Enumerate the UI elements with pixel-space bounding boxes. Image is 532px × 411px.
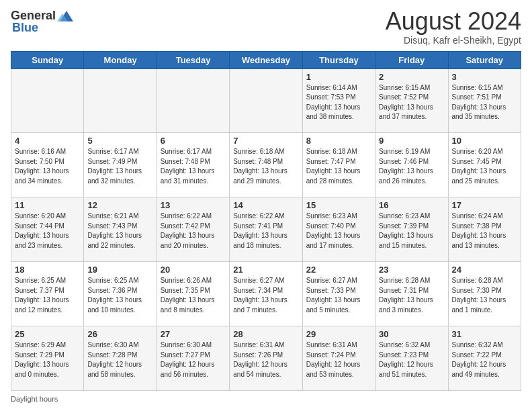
day-number: 31 [452, 329, 517, 339]
title-block: August 2024 Disuq, Kafr el-Sheikh, Egypt [386, 8, 521, 46]
calendar-cell: 10Sunrise: 6:20 AMSunset: 7:45 PMDayligh… [448, 133, 521, 197]
day-number: 24 [452, 265, 517, 275]
header-tuesday: Tuesday [157, 51, 229, 68]
day-number: 9 [379, 136, 444, 146]
day-number: 7 [233, 136, 298, 146]
calendar-cell: 18Sunrise: 6:25 AMSunset: 7:37 PMDayligh… [11, 262, 84, 326]
day-info: Sunrise: 6:19 AMSunset: 7:46 PMDaylight:… [379, 147, 444, 186]
day-info: Sunrise: 6:16 AMSunset: 7:50 PMDaylight:… [15, 147, 80, 186]
calendar-cell: 8Sunrise: 6:18 AMSunset: 7:47 PMDaylight… [302, 133, 375, 197]
day-number: 15 [306, 200, 371, 210]
calendar-cell: 9Sunrise: 6:19 AMSunset: 7:46 PMDaylight… [375, 133, 448, 197]
calendar-cell: 20Sunrise: 6:26 AMSunset: 7:35 PMDayligh… [157, 262, 229, 326]
day-number: 4 [15, 136, 80, 146]
calendar-cell: 13Sunrise: 6:22 AMSunset: 7:42 PMDayligh… [157, 197, 229, 262]
calendar-cell: 24Sunrise: 6:28 AMSunset: 7:30 PMDayligh… [448, 262, 521, 326]
day-number: 16 [379, 200, 444, 210]
calendar-cell: 6Sunrise: 6:17 AMSunset: 7:48 PMDaylight… [157, 133, 229, 197]
day-number: 2 [379, 72, 444, 82]
calendar-cell: 28Sunrise: 6:31 AMSunset: 7:26 PMDayligh… [230, 326, 302, 391]
calendar-cell: 5Sunrise: 6:17 AMSunset: 7:49 PMDaylight… [84, 133, 157, 197]
calendar-cell: 12Sunrise: 6:21 AMSunset: 7:43 PMDayligh… [84, 197, 157, 262]
calendar-cell: 17Sunrise: 6:24 AMSunset: 7:38 PMDayligh… [448, 197, 521, 262]
calendar-cell: 25Sunrise: 6:29 AMSunset: 7:29 PMDayligh… [11, 326, 84, 391]
week-row-2: 4Sunrise: 6:16 AMSunset: 7:50 PMDaylight… [11, 133, 521, 197]
calendar-cell: 3Sunrise: 6:15 AMSunset: 7:51 PMDaylight… [448, 68, 521, 133]
header-saturday: Saturday [448, 51, 521, 68]
day-info: Sunrise: 6:32 AMSunset: 7:23 PMDaylight:… [379, 340, 444, 379]
day-info: Sunrise: 6:31 AMSunset: 7:24 PMDaylight:… [306, 340, 371, 379]
calendar-cell: 22Sunrise: 6:27 AMSunset: 7:33 PMDayligh… [302, 262, 375, 326]
day-info: Sunrise: 6:18 AMSunset: 7:47 PMDaylight:… [306, 147, 371, 186]
calendar-cell: 2Sunrise: 6:15 AMSunset: 7:52 PMDaylight… [375, 68, 448, 133]
day-info: Sunrise: 6:18 AMSunset: 7:48 PMDaylight:… [233, 147, 298, 186]
calendar-cell [230, 68, 302, 133]
calendar-cell [84, 68, 157, 133]
header-monday: Monday [84, 51, 157, 68]
day-info: Sunrise: 6:27 AMSunset: 7:34 PMDaylight:… [233, 276, 298, 315]
calendar-cell: 11Sunrise: 6:20 AMSunset: 7:44 PMDayligh… [11, 197, 84, 262]
week-row-3: 11Sunrise: 6:20 AMSunset: 7:44 PMDayligh… [11, 197, 521, 262]
day-info: Sunrise: 6:23 AMSunset: 7:40 PMDaylight:… [306, 212, 371, 250]
location-subtitle: Disuq, Kafr el-Sheikh, Egypt [386, 35, 521, 46]
header-sunday: Sunday [11, 51, 84, 68]
day-number: 14 [233, 200, 298, 210]
calendar-cell: 15Sunrise: 6:23 AMSunset: 7:40 PMDayligh… [302, 197, 375, 262]
calendar-cell: 26Sunrise: 6:30 AMSunset: 7:28 PMDayligh… [84, 326, 157, 391]
day-info: Sunrise: 6:29 AMSunset: 7:29 PMDaylight:… [15, 340, 80, 379]
day-info: Sunrise: 6:26 AMSunset: 7:35 PMDaylight:… [161, 276, 226, 315]
day-number: 23 [379, 265, 444, 275]
day-info: Sunrise: 6:22 AMSunset: 7:41 PMDaylight:… [233, 212, 298, 250]
day-number: 28 [233, 329, 298, 339]
day-number: 3 [452, 72, 517, 82]
calendar-header-row: SundayMondayTuesdayWednesdayThursdayFrid… [11, 51, 521, 68]
day-info: Sunrise: 6:24 AMSunset: 7:38 PMDaylight:… [452, 212, 517, 250]
header-friday: Friday [375, 51, 448, 68]
calendar-table: SundayMondayTuesdayWednesdayThursdayFrid… [11, 51, 521, 391]
calendar-cell: 1Sunrise: 6:14 AMSunset: 7:53 PMDaylight… [302, 68, 375, 133]
day-number: 12 [87, 200, 152, 210]
day-number: 30 [379, 329, 444, 339]
header-wednesday: Wednesday [230, 51, 302, 68]
day-number: 18 [15, 265, 80, 275]
calendar-page: General Blue August 2024 Disuq, Kafr el-… [0, 0, 532, 411]
calendar-cell: 7Sunrise: 6:18 AMSunset: 7:48 PMDaylight… [230, 133, 302, 197]
day-number: 6 [161, 136, 226, 146]
calendar-cell: 29Sunrise: 6:31 AMSunset: 7:24 PMDayligh… [302, 326, 375, 391]
calendar-cell: 30Sunrise: 6:32 AMSunset: 7:23 PMDayligh… [375, 326, 448, 391]
day-number: 11 [15, 200, 80, 210]
day-info: Sunrise: 6:27 AMSunset: 7:33 PMDaylight:… [306, 276, 371, 315]
week-row-5: 25Sunrise: 6:29 AMSunset: 7:29 PMDayligh… [11, 326, 521, 391]
day-number: 5 [87, 136, 152, 146]
week-row-4: 18Sunrise: 6:25 AMSunset: 7:37 PMDayligh… [11, 262, 521, 326]
day-info: Sunrise: 6:17 AMSunset: 7:48 PMDaylight:… [161, 147, 226, 186]
calendar-cell: 21Sunrise: 6:27 AMSunset: 7:34 PMDayligh… [230, 262, 302, 326]
calendar-cell: 14Sunrise: 6:22 AMSunset: 7:41 PMDayligh… [230, 197, 302, 262]
calendar-cell [157, 68, 229, 133]
calendar-cell: 19Sunrise: 6:25 AMSunset: 7:36 PMDayligh… [84, 262, 157, 326]
day-number: 1 [306, 72, 371, 82]
calendar-cell: 4Sunrise: 6:16 AMSunset: 7:50 PMDaylight… [11, 133, 84, 197]
day-number: 22 [306, 265, 371, 275]
day-info: Sunrise: 6:20 AMSunset: 7:45 PMDaylight:… [452, 147, 517, 186]
daylight-label: Daylight hours [11, 395, 58, 403]
day-info: Sunrise: 6:15 AMSunset: 7:52 PMDaylight:… [379, 83, 444, 122]
day-info: Sunrise: 6:17 AMSunset: 7:49 PMDaylight:… [87, 147, 152, 186]
day-number: 29 [306, 329, 371, 339]
day-info: Sunrise: 6:20 AMSunset: 7:44 PMDaylight:… [15, 212, 80, 250]
day-info: Sunrise: 6:30 AMSunset: 7:28 PMDaylight:… [87, 340, 152, 379]
month-title: August 2024 [386, 8, 521, 35]
day-info: Sunrise: 6:15 AMSunset: 7:51 PMDaylight:… [452, 83, 517, 122]
day-info: Sunrise: 6:32 AMSunset: 7:22 PMDaylight:… [452, 340, 517, 379]
day-info: Sunrise: 6:14 AMSunset: 7:53 PMDaylight:… [306, 83, 371, 122]
page-header: General Blue August 2024 Disuq, Kafr el-… [11, 8, 521, 46]
day-info: Sunrise: 6:31 AMSunset: 7:26 PMDaylight:… [233, 340, 298, 379]
calendar-cell: 27Sunrise: 6:30 AMSunset: 7:27 PMDayligh… [157, 326, 229, 391]
day-number: 17 [452, 200, 517, 210]
week-row-1: 1Sunrise: 6:14 AMSunset: 7:53 PMDaylight… [11, 68, 521, 133]
day-info: Sunrise: 6:30 AMSunset: 7:27 PMDaylight:… [161, 340, 226, 379]
day-number: 21 [233, 265, 298, 275]
day-info: Sunrise: 6:21 AMSunset: 7:43 PMDaylight:… [87, 212, 152, 250]
calendar-cell [11, 68, 84, 133]
day-info: Sunrise: 6:23 AMSunset: 7:39 PMDaylight:… [379, 212, 444, 250]
